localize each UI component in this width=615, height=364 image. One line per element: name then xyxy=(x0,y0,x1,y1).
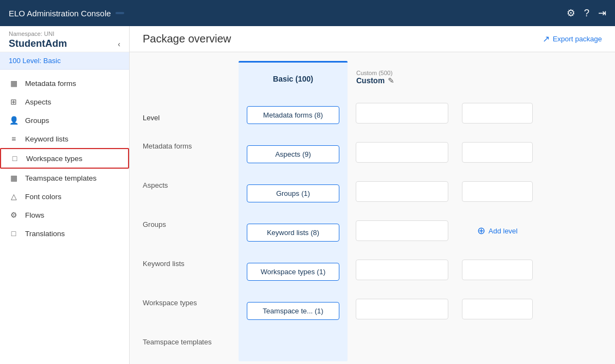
basic-cell-aspects: Aspects (9) xyxy=(239,134,348,174)
basic-cell-teamspace-templates: Teamspace te... (1) xyxy=(239,291,348,330)
row-label-workspace-types: Workspace types xyxy=(130,283,239,322)
export-icon: ↗ xyxy=(543,34,550,44)
app-version xyxy=(115,12,124,14)
row-label-aspects: Aspects xyxy=(130,165,239,205)
package-overview-content: Level Metadata forms Aspects Groups Keyw xyxy=(130,52,615,364)
flows-icon: ⚙ xyxy=(9,211,19,219)
sidebar-item-keyword-lists[interactable]: ≡ Keyword lists xyxy=(0,129,129,148)
custom-empty-teamspace-templates xyxy=(356,299,448,319)
basic-level-col: Basic (100) Metadata forms (8) Aspects (… xyxy=(239,61,348,361)
row-label-teamspace-templates: Teamspace templates xyxy=(130,322,239,361)
extra-level-header xyxy=(456,61,538,94)
sidebar-item-label: Flows xyxy=(25,211,44,219)
custom-cell-workspace-types xyxy=(348,250,456,289)
sidebar-item-flows[interactable]: ⚙ Flows xyxy=(0,206,129,224)
topbar: ELO Administration Console ⚙ ? ⇥ xyxy=(0,0,615,26)
basic-cell-groups: Groups (1) xyxy=(239,174,348,213)
main: Package overview ↗ Export package Level … xyxy=(130,26,615,364)
basic-metadata-forms-button[interactable]: Metadata forms (8) xyxy=(247,106,339,124)
body-area: Namespace: UNI StudentAdm ‹ 100 Level: B… xyxy=(0,26,615,364)
help-icon[interactable]: ? xyxy=(584,8,589,19)
add-level-label: Add level xyxy=(489,227,517,235)
extra-empty-1 xyxy=(462,103,533,124)
app-title-text: ELO Administration Console xyxy=(9,9,111,18)
sidebar-header: Namespace: UNI StudentAdm ‹ xyxy=(0,26,129,52)
sidebar-item-label: Metadata forms xyxy=(25,79,76,88)
extra-empty-6 xyxy=(462,299,533,319)
basic-level-header: Basic (100) xyxy=(239,63,348,95)
custom-cell-aspects xyxy=(348,133,456,172)
level-header-label: Level xyxy=(130,94,239,126)
basic-aspects-button[interactable]: Aspects (9) xyxy=(247,145,339,163)
basic-groups-button[interactable]: Groups (1) xyxy=(247,184,339,202)
extra-empty-2 xyxy=(462,142,533,163)
extra-level-col: ⊕ Add level xyxy=(456,61,538,361)
sidebar-item-groups[interactable]: 👤 Groups xyxy=(0,111,129,129)
app-title: ELO Administration Console xyxy=(9,9,124,18)
row-label-groups: Groups xyxy=(130,205,239,244)
export-label: Export package xyxy=(553,35,602,43)
sidebar-workspace-title: StudentAdm xyxy=(9,38,67,50)
custom-title-row: Custom ✎ xyxy=(356,76,448,85)
add-level-icon: ⊕ xyxy=(477,225,485,237)
extra-cell-5 xyxy=(456,250,538,289)
basic-teamspace-templates-button[interactable]: Teamspace te... (1) xyxy=(247,302,339,320)
sidebar-item-label: Translations xyxy=(25,230,65,238)
extra-cell-4: ⊕ Add level xyxy=(456,211,538,250)
basic-cell-metadata-forms: Metadata forms (8) xyxy=(239,95,348,134)
logout-icon[interactable]: ⇥ xyxy=(598,7,606,19)
page-title: Package overview xyxy=(143,33,231,45)
sidebar: Namespace: UNI StudentAdm ‹ 100 Level: B… xyxy=(0,26,130,364)
sidebar-collapse-icon[interactable]: ‹ xyxy=(118,40,120,48)
level-bar: 100 Level: Basic xyxy=(0,52,129,70)
basic-cell-keyword-lists: Keyword lists (8) xyxy=(239,213,348,252)
sidebar-item-label: Keyword lists xyxy=(25,135,69,143)
extra-cell-2 xyxy=(456,133,538,172)
font-colors-icon: △ xyxy=(9,192,19,201)
sidebar-item-label: Font colors xyxy=(25,193,62,201)
sidebar-item-label: Aspects xyxy=(25,98,51,106)
aspects-icon: ⊞ xyxy=(9,97,19,106)
custom-sub-label: Custom (500) xyxy=(356,70,448,76)
add-level-button[interactable]: ⊕ Add level xyxy=(473,220,522,241)
extra-empty-5 xyxy=(462,260,533,280)
sidebar-item-aspects[interactable]: ⊞ Aspects xyxy=(0,92,129,111)
sidebar-item-label: Workspace types xyxy=(26,155,82,163)
custom-cell-keyword-lists xyxy=(348,211,456,250)
sidebar-title-row: StudentAdm ‹ xyxy=(9,38,120,50)
basic-keyword-lists-button[interactable]: Keyword lists (8) xyxy=(247,224,339,242)
custom-level-header: Custom (500) Custom ✎ xyxy=(348,61,456,94)
groups-icon: 👤 xyxy=(9,116,19,125)
sidebar-item-font-colors[interactable]: △ Font colors xyxy=(0,187,129,206)
sidebar-item-workspace-types[interactable]: □ Workspace types xyxy=(0,148,129,169)
teamspace-templates-icon: ▦ xyxy=(9,174,19,182)
extra-cell-1 xyxy=(456,94,538,133)
sidebar-nav: ▦ Metadata forms ⊞ Aspects 👤 Groups ≡ Ke… xyxy=(0,70,129,364)
export-package-button[interactable]: ↗ Export package xyxy=(543,34,602,44)
extra-cell-6 xyxy=(456,289,538,329)
sidebar-item-teamspace-templates[interactable]: ▦ Teamspace templates xyxy=(0,169,129,187)
namespace-label: Namespace: UNI xyxy=(9,30,120,37)
translations-icon: □ xyxy=(9,229,19,238)
basic-workspace-types-button[interactable]: Workspace types (1) xyxy=(247,263,339,281)
custom-title-text: Custom xyxy=(356,76,385,85)
sidebar-item-translations[interactable]: □ Translations xyxy=(0,224,129,243)
custom-cell-metadata-forms xyxy=(348,94,456,133)
sidebar-item-label: Groups xyxy=(25,116,49,125)
custom-empty-groups xyxy=(356,181,448,202)
custom-empty-metadata-forms xyxy=(356,103,448,124)
level-label-text: Level xyxy=(143,114,160,122)
sidebar-item-metadata-forms[interactable]: ▦ Metadata forms xyxy=(0,74,129,92)
custom-cell-groups xyxy=(348,172,456,211)
custom-empty-aspects xyxy=(356,142,448,163)
topbar-icons: ⚙ ? ⇥ xyxy=(567,7,606,19)
custom-empty-workspace-types xyxy=(356,260,448,280)
app-body: Namespace: UNI StudentAdm ‹ 100 Level: B… xyxy=(0,26,615,364)
custom-level-col: Custom (500) Custom ✎ xyxy=(348,61,456,361)
main-header: Package overview ↗ Export package xyxy=(130,26,615,52)
settings-icon[interactable]: ⚙ xyxy=(567,7,575,19)
edit-custom-icon[interactable]: ✎ xyxy=(388,76,394,85)
custom-cell-teamspace-templates xyxy=(348,289,456,329)
row-label-keyword-lists: Keyword lists xyxy=(130,244,239,283)
custom-empty-keyword-lists xyxy=(356,220,448,241)
